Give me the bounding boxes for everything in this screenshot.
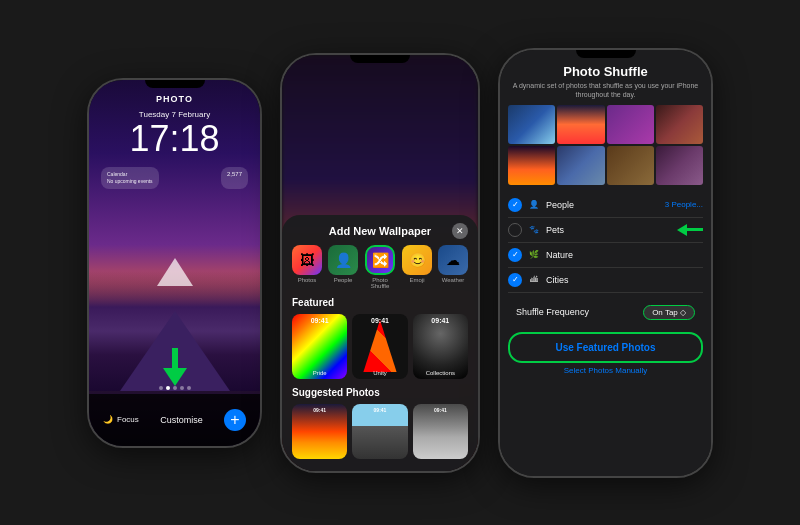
dot-3 (173, 386, 177, 390)
photo-cell-2 (557, 105, 604, 144)
cities-cat-icon: 🏙 (528, 275, 540, 284)
cities-check[interactable]: ✓ (508, 273, 522, 287)
photo-cell-1 (508, 105, 555, 144)
pets-check[interactable] (508, 223, 522, 237)
focus-indicator: 🌙 Focus (103, 415, 139, 424)
phone-1: PHOTO Tuesday 7 February 17:18 CalendarN… (87, 78, 262, 448)
shuffle-frequency-row: Shuffle Frequency On Tap ◇ (508, 299, 703, 326)
collections-time: 09:41 (431, 317, 449, 324)
weather-label: Weather (442, 277, 465, 283)
emoji-icon: 😊 (402, 245, 432, 275)
page-dots (89, 386, 260, 390)
photo-cell-7 (607, 146, 654, 185)
use-btn-label: Use Featured Photos (555, 342, 655, 353)
nature-cat-label: Nature (546, 250, 703, 260)
cat-nature[interactable]: ✓ 🌿 Nature (508, 243, 703, 268)
pets-arrow (677, 224, 703, 236)
cat-cities[interactable]: ✓ 🏙 Cities (508, 268, 703, 293)
photos-label: Photos (298, 277, 317, 283)
arrow-left-shaft (687, 228, 703, 231)
photo-cell-4 (656, 105, 703, 144)
arrow-shaft (172, 348, 178, 368)
modal-title: Add New Wallpaper (329, 225, 431, 237)
pets-cat-label: Pets (546, 225, 667, 235)
unity-time: 09:41 (371, 317, 389, 324)
photo-cell-6 (557, 146, 604, 185)
focus-icon: 🌙 (103, 415, 113, 424)
people-icon: 👤 (328, 245, 358, 275)
pride-label: Pride (292, 370, 347, 376)
category-list: ✓ 👤 People 3 People... 🐾 Pets ✓ 🌿 Nature (500, 193, 711, 293)
weather-icon: ☁ (438, 245, 468, 275)
arch-time: 09:41 (434, 407, 447, 413)
dot-2 (166, 386, 170, 390)
emoji-label: Emoji (409, 277, 424, 283)
arrow-head (163, 368, 187, 386)
frequency-label: Shuffle Frequency (516, 307, 589, 317)
lock-time: 17:18 (89, 121, 260, 157)
photo-cell-3 (607, 105, 654, 144)
notch-1 (145, 80, 205, 88)
add-wallpaper-modal: Add New Wallpaper ✕ 🖼 Photos 👤 People 🔀 … (282, 215, 478, 471)
sunset-time: 09:41 (313, 407, 326, 413)
featured-title: Featured (292, 297, 468, 308)
photo-shuffle-title: Photo Shuffle (510, 64, 701, 79)
close-button[interactable]: ✕ (452, 223, 468, 239)
customise-label[interactable]: Customise (160, 415, 203, 425)
featured-grid: 09:41 Pride 09:41 Unity 09:41 Collection… (292, 314, 468, 379)
suggested-grid: 09:41 09:41 09:41 (292, 404, 468, 459)
dot-4 (180, 386, 184, 390)
photo-cell-8 (656, 146, 703, 185)
featured-pride[interactable]: 09:41 Pride (292, 314, 347, 379)
focus-label: Focus (117, 415, 139, 424)
widgets-row: CalendarNo upcoming events 2,577 (89, 161, 260, 195)
notch-2 (350, 55, 410, 63)
notch-3 (576, 50, 636, 58)
select-photos-manually-link[interactable]: Select Photos Manually (500, 366, 711, 375)
cat-people[interactable]: ✓ 👤 People 3 People... (508, 193, 703, 218)
photo-shuffle-header: Photo Shuffle A dynamic set of photos th… (500, 50, 711, 105)
use-featured-photos-button[interactable]: Use Featured Photos (508, 332, 703, 363)
cities-cat-label: Cities (546, 275, 703, 285)
phone-3: Photo Shuffle A dynamic set of photos th… (498, 48, 713, 478)
cat-pets[interactable]: 🐾 Pets (508, 218, 703, 243)
dot-1 (159, 386, 163, 390)
select-link-text: Select Photos Manually (564, 366, 648, 375)
suggested-sunset[interactable]: 09:41 (292, 404, 347, 459)
suggested-city[interactable]: 09:41 (352, 404, 407, 459)
city-time: 09:41 (374, 407, 387, 413)
phone-2: Add New Wallpaper ✕ 🖼 Photos 👤 People 🔀 … (280, 53, 480, 473)
dot-5 (187, 386, 191, 390)
unity-label: Unity (352, 370, 407, 376)
frequency-value[interactable]: On Tap ◇ (643, 305, 695, 320)
modal-header: Add New Wallpaper ✕ (292, 225, 468, 237)
pride-time: 09:41 (311, 317, 329, 324)
wtype-photos[interactable]: 🖼 Photos (292, 245, 322, 289)
photo-shuffle-label: Photo Shuffle (364, 277, 396, 289)
people-cat-label: People (546, 200, 659, 210)
collections-label: Collections (413, 370, 468, 376)
people-extra[interactable]: 3 People... (665, 200, 703, 209)
wtype-people[interactable]: 👤 People (328, 245, 358, 289)
phone2-screen: Add New Wallpaper ✕ 🖼 Photos 👤 People 🔀 … (282, 55, 478, 471)
suggested-title: Suggested Photos (292, 387, 468, 398)
featured-unity[interactable]: 09:41 Unity (352, 314, 407, 379)
featured-collections[interactable]: 09:41 Collections (413, 314, 468, 379)
people-check[interactable]: ✓ (508, 198, 522, 212)
phone1-screen: PHOTO Tuesday 7 February 17:18 CalendarN… (89, 80, 260, 446)
wtype-weather[interactable]: ☁ Weather (438, 245, 468, 289)
nature-check[interactable]: ✓ (508, 248, 522, 262)
photos-icon: 🖼 (292, 245, 322, 275)
photo-shuffle-icon: 🔀 (365, 245, 395, 275)
add-wallpaper-button[interactable]: + (224, 409, 246, 431)
arrow-left-head (677, 224, 687, 236)
snow-cap (157, 258, 193, 286)
photo-preview-grid (500, 105, 711, 185)
wtype-emoji[interactable]: 😊 Emoji (402, 245, 432, 289)
photo-cell-5 (508, 146, 555, 185)
suggested-arch[interactable]: 09:41 (413, 404, 468, 459)
phone3-screen: Photo Shuffle A dynamic set of photos th… (500, 50, 711, 476)
count-widget: 2,577 (221, 167, 248, 189)
wtype-photo-shuffle[interactable]: 🔀 Photo Shuffle (364, 245, 396, 289)
green-arrow-down (163, 348, 187, 386)
